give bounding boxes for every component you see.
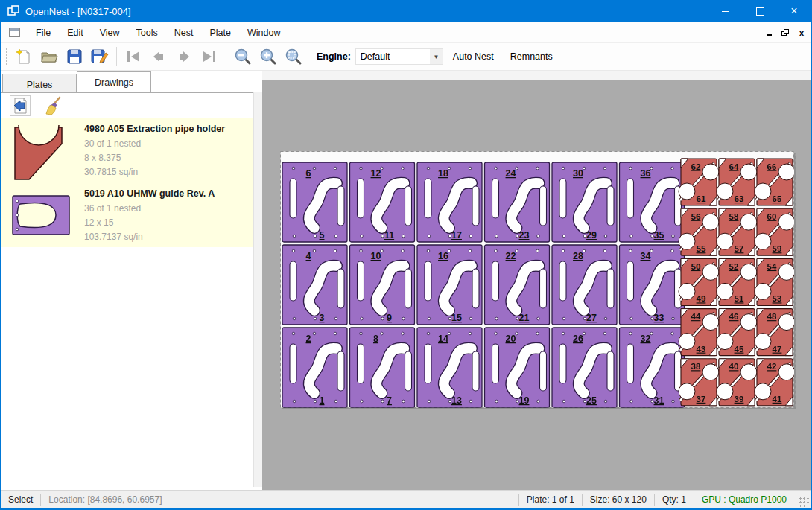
part-number: 40 — [729, 362, 739, 371]
mdi-minimize-button[interactable] — [764, 28, 774, 38]
nest-part-pair-red[interactable]: 54 53 — [755, 258, 794, 305]
toolbar-grip — [5, 48, 8, 66]
nest-part-pair-purple[interactable]: 18 17 — [417, 162, 482, 242]
resize-grip-icon[interactable] — [799, 497, 809, 507]
previous-plate-button[interactable] — [146, 45, 171, 68]
zoom-out-button[interactable] — [230, 45, 256, 68]
open-file-button[interactable] — [37, 45, 62, 68]
nest-plate[interactable]: 6 5 12 11 18 17 — [280, 151, 794, 408]
nest-part-pair-red[interactable]: 52 51 — [717, 258, 757, 305]
nest-part-pair-red[interactable]: 58 57 — [717, 208, 757, 255]
nest-part-pair-red[interactable]: 38 37 — [679, 359, 719, 406]
nest-canvas[interactable]: 6 5 12 11 18 17 — [262, 71, 812, 490]
mdi-restore-button[interactable] — [780, 28, 790, 38]
nest-part-pair-purple[interactable]: 32 31 — [620, 328, 685, 407]
nest-part-pair-purple[interactable]: 20 19 — [485, 328, 550, 407]
nest-part-pair-purple[interactable]: 12 11 — [350, 162, 415, 242]
part-number: 53 — [773, 294, 782, 303]
part-number: 38 — [691, 362, 701, 371]
app-window: OpenNest - [N0317-004] × File Edit View … — [0, 0, 812, 510]
part-number: 23 — [519, 230, 530, 240]
nest-part-pair-purple[interactable]: 34 33 — [620, 245, 685, 325]
nest-part-pair-red[interactable]: 42 41 — [755, 359, 794, 406]
new-file-button[interactable] — [11, 45, 37, 68]
part-number: 32 — [641, 334, 651, 344]
nest-part-pair-red[interactable]: 62 61 — [679, 159, 719, 205]
list-item-drawing[interactable]: 4980 A05 Extraction pipe holder 30 of 1 … — [1, 118, 253, 182]
close-button[interactable]: × — [777, 0, 811, 22]
nest-part-pair-purple[interactable]: 8 7 — [350, 328, 415, 407]
part-number: 57 — [735, 244, 744, 253]
list-item-drawing[interactable]: 5019 A10 UHMW guide Rev. A 36 of 1 neste… — [1, 182, 253, 247]
part-number: 11 — [384, 230, 394, 240]
maximize-button[interactable] — [743, 0, 777, 22]
tab-drawings[interactable]: Drawings — [77, 71, 151, 92]
nest-part-pair-purple[interactable]: 22 21 — [485, 245, 550, 325]
nest-part-pair-purple[interactable]: 14 13 — [417, 328, 482, 407]
combo-arrow-icon[interactable]: ▼ — [430, 49, 443, 64]
part-number: 45 — [735, 345, 744, 354]
import-drawing-button[interactable] — [10, 95, 31, 116]
nest-part-pair-purple[interactable]: 24 23 — [485, 162, 550, 242]
nest-part-pair-purple[interactable]: 6 5 — [282, 162, 347, 242]
nest-part-pair-purple[interactable]: 16 15 — [417, 245, 482, 325]
part-number: 13 — [451, 395, 462, 406]
menu-tools[interactable]: Tools — [128, 25, 166, 41]
zoom-fit-button[interactable] — [281, 45, 306, 68]
save-as-button[interactable] — [87, 45, 112, 68]
part-number: 55 — [697, 244, 706, 253]
menu-nest[interactable]: Nest — [166, 25, 202, 41]
drawing-size: 12 x 15 — [84, 216, 215, 230]
engine-select[interactable]: Default ▼ — [355, 48, 443, 65]
nest-part-pair-purple[interactable]: 26 25 — [552, 328, 617, 407]
next-plate-button[interactable] — [171, 45, 197, 68]
menu-edit[interactable]: Edit — [59, 25, 92, 41]
auto-nest-button[interactable]: Auto Nest — [446, 48, 501, 66]
nest-part-pair-red[interactable]: 60 59 — [755, 208, 794, 255]
nest-part-pair-purple[interactable]: 28 27 — [552, 245, 617, 325]
nest-part-pair-purple[interactable]: 4 3 — [282, 245, 347, 325]
nest-part-pair-purple[interactable]: 2 1 — [282, 328, 347, 407]
nest-part-pair-red[interactable]: 66 65 — [755, 159, 794, 205]
tab-plates[interactable]: Plates — [2, 74, 77, 92]
nest-part-pair-red[interactable]: 50 49 — [679, 258, 719, 305]
menu-plate[interactable]: Plate — [201, 25, 239, 41]
menu-window[interactable]: Window — [239, 25, 288, 41]
mdi-close-button[interactable]: x — [796, 28, 807, 38]
panel-scrollbar[interactable] — [253, 92, 262, 487]
part-number: 35 — [654, 230, 664, 240]
minimize-button[interactable] — [708, 0, 743, 22]
nest-part-pair-purple[interactable]: 30 29 — [552, 162, 617, 242]
part-number: 42 — [767, 362, 777, 371]
status-location: Location: [84.8696, 60.6957] — [41, 494, 169, 505]
last-plate-button[interactable] — [197, 45, 222, 68]
nest-part-pair-red[interactable]: 56 55 — [679, 208, 719, 255]
menu-view[interactable]: View — [92, 25, 128, 41]
zoom-in-button[interactable] — [256, 45, 281, 68]
status-mode: Select — [1, 494, 40, 505]
part-number: 9 — [387, 313, 392, 323]
nest-part-pair-red[interactable]: 40 39 — [717, 359, 757, 406]
nest-part-pair-purple[interactable]: 36 35 — [620, 162, 685, 242]
status-gpu: GPU : Quadro P1000 — [694, 494, 794, 505]
zoom-in-icon — [259, 48, 277, 66]
nest-part-pair-red[interactable]: 48 47 — [755, 309, 794, 356]
toolbar-separator — [226, 47, 226, 66]
nest-part-pair-purple[interactable]: 10 9 — [350, 245, 415, 325]
canvas-top-strip — [262, 71, 812, 80]
nest-part-pair-red[interactable]: 64 63 — [717, 159, 757, 205]
part-number: 29 — [586, 230, 597, 240]
menu-file[interactable]: File — [28, 25, 59, 41]
remnants-button[interactable]: Remnants — [504, 48, 559, 66]
nest-part-pair-red[interactable]: 46 45 — [717, 309, 757, 356]
part-number: 31 — [654, 395, 664, 406]
mdi-document-icon[interactable] — [9, 28, 20, 37]
clear-drawings-button[interactable] — [43, 95, 64, 116]
part-number: 3 — [320, 313, 325, 323]
first-plate-button[interactable] — [121, 45, 146, 68]
nest-part-pair-red[interactable]: 44 43 — [679, 309, 719, 356]
part-number: 25 — [586, 395, 597, 406]
drawing-thumbnail — [11, 188, 77, 242]
save-button[interactable] — [62, 45, 87, 68]
status-plate: Plate: 1 of 1 — [519, 494, 582, 505]
